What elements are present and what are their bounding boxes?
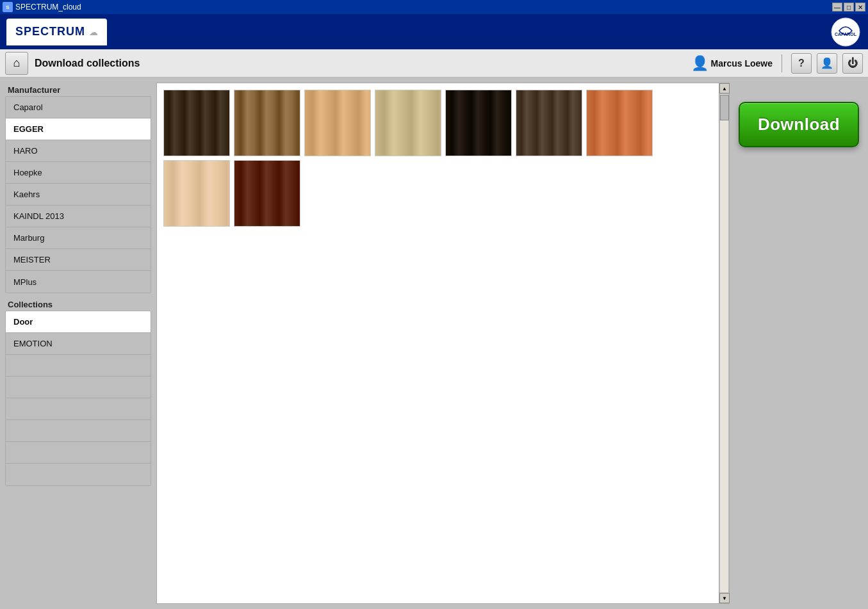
scroll-thumb[interactable]	[720, 95, 729, 120]
power-icon: ⏻	[848, 58, 858, 69]
minimize-button[interactable]: —	[832, 3, 842, 12]
help-button[interactable]: ?	[791, 53, 812, 74]
divider	[782, 54, 782, 72]
sidebar-item-manufacturer-kaindl2013[interactable]: KAINDL 2013	[6, 206, 151, 227]
content-scroll-wrapper: ▲ ▼	[156, 83, 730, 604]
app-header: SPECTRUM ☁ CAPAROL	[0, 14, 868, 49]
scroll-up-button[interactable]: ▲	[719, 83, 730, 93]
content-area: ▲ ▼	[156, 83, 730, 604]
manufacturer-label: Manufacturer	[5, 83, 151, 96]
power-button[interactable]: ⏻	[842, 53, 863, 74]
texture-swatch-s5[interactable]	[445, 90, 512, 156]
texture-swatch-s3[interactable]	[304, 90, 371, 156]
texture-swatch-s7[interactable]	[586, 90, 653, 156]
content-scrollbar[interactable]: ▲ ▼	[719, 83, 729, 603]
sidebar-item-collection-door[interactable]: Door	[6, 311, 151, 333]
manufacturer-section: Manufacturer CaparolEGGERHAROHoepkeKaehr…	[5, 83, 151, 293]
sidebar-item-manufacturer-haro[interactable]: HARO	[6, 140, 151, 162]
spectrum-logo-text: SPECTRUM	[15, 25, 85, 38]
sidebar-item-collection-empty5[interactable]	[6, 442, 151, 464]
title-bar-text: SPECTRUM_cloud	[15, 3, 832, 12]
logo-tab: SPECTRUM ☁	[6, 19, 107, 45]
sidebar-item-manufacturer-meister[interactable]: MEISTER	[6, 249, 151, 271]
user-avatar-icon: 👤	[691, 55, 708, 72]
profile-icon: 👤	[821, 57, 833, 69]
sidebar-item-collection-empty4[interactable]	[6, 420, 151, 442]
texture-swatch-s6[interactable]	[516, 90, 582, 156]
collections-section: Collections DoorEMOTION	[5, 297, 151, 486]
sidebar-item-collection-empty6[interactable]	[6, 464, 151, 485]
cloud-icon: ☁	[89, 27, 98, 37]
texture-swatch-s8[interactable]	[163, 160, 230, 227]
sidebar-item-manufacturer-kaehrs[interactable]: Kaehrs	[6, 184, 151, 206]
main-layout: Manufacturer CaparolEGGERHAROHoepkeKaehr…	[0, 77, 868, 609]
collections-label: Collections	[5, 297, 151, 311]
profile-button[interactable]: 👤	[817, 53, 837, 74]
sidebar-item-collection-empty2[interactable]	[6, 377, 151, 398]
collections-list: DoorEMOTION	[5, 311, 151, 486]
maximize-button[interactable]: □	[844, 3, 854, 12]
texture-grid	[157, 83, 719, 603]
user-area: 👤 Marcus Loewe ? 👤 ⏻	[691, 53, 863, 74]
help-icon: ?	[798, 58, 805, 69]
texture-swatch-s2[interactable]	[234, 90, 300, 156]
sidebar-item-manufacturer-caparol[interactable]: Caparol	[6, 97, 151, 118]
sidebar-item-collection-empty3[interactable]	[6, 398, 151, 420]
scroll-track[interactable]	[719, 93, 729, 593]
download-button-area: Download	[735, 83, 863, 604]
download-button[interactable]: Download	[739, 102, 859, 147]
page-title: Download collections	[35, 58, 685, 69]
home-button[interactable]: ⌂	[5, 52, 28, 75]
sidebar: Manufacturer CaparolEGGERHAROHoepkeKaehr…	[5, 83, 151, 604]
window-controls[interactable]: — □ ✕	[832, 3, 865, 12]
username-label: Marcus Loewe	[711, 58, 773, 69]
scroll-down-button[interactable]: ▼	[719, 593, 730, 603]
home-icon: ⌂	[13, 56, 20, 70]
manufacturer-list: CaparolEGGERHAROHoepkeKaehrsKAINDL 2013M…	[5, 96, 151, 293]
sidebar-item-collection-empty1[interactable]	[6, 355, 151, 377]
sidebar-item-manufacturer-hoepke[interactable]: Hoepke	[6, 162, 151, 184]
texture-swatch-s1[interactable]	[163, 90, 230, 156]
texture-swatch-s4[interactable]	[375, 90, 441, 156]
app-icon: S	[3, 2, 13, 12]
sidebar-item-manufacturer-egger[interactable]: EGGER	[6, 118, 151, 140]
texture-swatch-s9[interactable]	[234, 160, 300, 227]
sidebar-item-manufacturer-mplus[interactable]: MPlus	[6, 271, 151, 293]
sidebar-item-manufacturer-marburg[interactable]: Marburg	[6, 227, 151, 249]
title-bar: S SPECTRUM_cloud — □ ✕	[0, 0, 868, 14]
close-button[interactable]: ✕	[855, 3, 865, 12]
logo-area: SPECTRUM ☁	[6, 19, 107, 45]
sidebar-item-collection-emotion[interactable]: EMOTION	[6, 333, 151, 355]
toolbar: ⌂ Download collections 👤 Marcus Loewe ? …	[0, 49, 868, 77]
user-icon-area: 👤 Marcus Loewe	[691, 55, 773, 72]
caparol-logo: CAPAROL	[830, 16, 862, 48]
